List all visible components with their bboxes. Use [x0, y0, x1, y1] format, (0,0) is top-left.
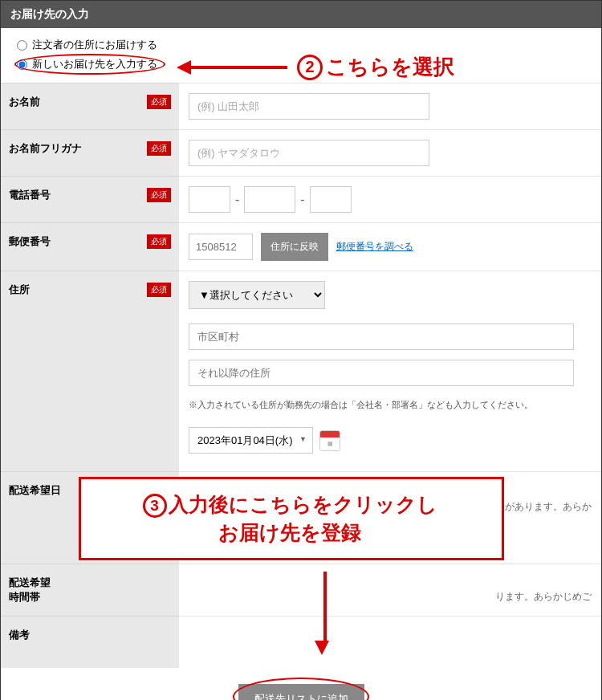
calendar-icon[interactable]: ▦	[319, 430, 340, 451]
label-postal: 郵便番号 必須	[1, 222, 179, 271]
required-badge: 必須	[147, 283, 171, 297]
radio-existing-address[interactable]: 注文者の住所にお届けする	[17, 38, 585, 52]
label-remarks: 備考	[1, 616, 179, 668]
phone-input-2[interactable]	[244, 186, 295, 213]
required-badge: 必須	[147, 483, 171, 498]
date-range-note: 2023年01月04日～2023年01月18日までをご指定下さい。	[189, 482, 592, 495]
phone-separator: -	[300, 193, 304, 207]
submit-row: 配送先リストに追加	[1, 668, 601, 700]
label-kana: お名前フリガナ 必須	[1, 129, 179, 176]
required-badge: 必須	[147, 188, 171, 202]
name-input[interactable]	[189, 93, 429, 120]
radio-label: 新しいお届け先を入力する	[32, 57, 157, 71]
add-to-list-button[interactable]: 配送先リストに追加	[238, 684, 364, 700]
label-address: 住所 必須	[1, 271, 179, 471]
kana-input[interactable]	[189, 140, 429, 166]
label-name: お名前 必須	[1, 83, 179, 129]
label-delivery-time: 配送希望 時間帯	[1, 564, 179, 616]
radio-group: 注文者の住所にお届けする 新しいお届け先を入力する	[1, 28, 601, 83]
rest-address-input[interactable]	[189, 360, 574, 386]
label-phone: 電話番号 必須	[1, 176, 179, 222]
postal-input[interactable]	[189, 234, 253, 260]
required-badge: 必須	[147, 141, 171, 156]
delivery-date-select[interactable]: 2023年01月04日(水)	[189, 427, 313, 454]
postal-apply-button[interactable]: 住所に反映	[261, 233, 328, 261]
required-badge: 必須	[147, 95, 171, 109]
phone-separator: -	[235, 193, 239, 207]
radio-existing-input[interactable]	[17, 40, 27, 51]
label-delivery-date: 配送希望日 必須	[1, 471, 179, 564]
form-container: お届け先の入力 注文者の住所にお届けする 新しいお届け先を入力する お名前 必須…	[0, 0, 602, 700]
address-note: ※入力されている住所が勤務先の場合は「会社名・部署名」なども入力してください。	[189, 399, 592, 411]
radio-label: 注文者の住所にお届けする	[32, 38, 157, 52]
radio-new-input[interactable]	[17, 59, 27, 70]
phone-input-3[interactable]	[310, 186, 352, 213]
phone-input-1[interactable]	[189, 186, 230, 213]
radio-new-address[interactable]: 新しいお届け先を入力する	[17, 57, 585, 71]
postal-lookup-link[interactable]: 郵便番号を調べる	[336, 240, 413, 254]
date-extra-note: 合があります。あらか	[189, 500, 592, 514]
city-input[interactable]	[189, 324, 574, 350]
prefecture-select[interactable]: ▼選択してください	[189, 281, 325, 309]
form-table: お名前 必須 お名前フリガナ 必須 電話番号 必須	[1, 83, 601, 668]
required-badge: 必須	[147, 234, 171, 249]
section-header: お届け先の入力	[1, 1, 601, 28]
time-note: ります。あらかじめご	[189, 590, 592, 604]
